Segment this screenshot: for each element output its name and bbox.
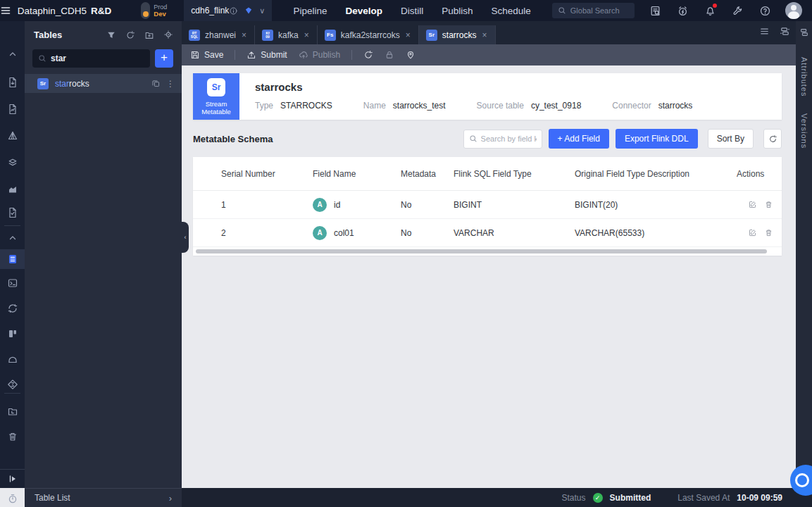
sidebar-tab-attributes[interactable]: Attributes <box>800 57 808 96</box>
layout-switch-icon[interactable] <box>780 26 790 39</box>
copy-icon[interactable] <box>151 79 161 88</box>
project-select[interactable]: cdh6_flink ∨ <box>184 0 272 21</box>
col-actions: Actions <box>737 169 773 179</box>
more-actions-icon[interactable]: ⋮ <box>166 79 175 89</box>
delete-icon[interactable] <box>764 228 773 237</box>
tools-icon[interactable] <box>731 4 744 17</box>
nav-pipeline[interactable]: Pipeline <box>293 6 327 16</box>
rail-layers-icon[interactable] <box>0 153 25 173</box>
rail-expand-icon[interactable] <box>0 469 25 488</box>
refresh-icon[interactable] <box>125 30 135 40</box>
close-tab-icon[interactable]: × <box>304 30 310 40</box>
tab-kafka2starrcoks[interactable]: Fs kafka2starrcoks × <box>318 25 419 44</box>
refresh-schema-button[interactable] <box>763 129 782 149</box>
table-list-footer[interactable]: Table List › <box>25 488 182 507</box>
search-icon <box>558 6 566 15</box>
cell-flink-type: BIGINT <box>454 200 575 210</box>
env-toggle[interactable]: Prod Dev <box>141 2 167 19</box>
delete-icon[interactable] <box>764 200 773 209</box>
rail-file-check-icon[interactable] <box>0 203 25 223</box>
submit-button[interactable]: Submit <box>246 50 287 60</box>
rail-timer-icon[interactable] <box>0 489 25 507</box>
nav-distill[interactable]: Distill <box>401 6 423 16</box>
nav-develop[interactable]: Develop <box>345 6 382 16</box>
table-search[interactable] <box>32 49 150 68</box>
rail-trash-icon[interactable] <box>0 427 25 446</box>
rail-area-chart-icon[interactable] <box>0 180 25 199</box>
rail-sigma-diamond-icon[interactable] <box>0 375 25 394</box>
starrocks-logo-icon: Sr <box>207 78 225 96</box>
folder-plus-icon[interactable] <box>144 30 154 40</box>
add-field-button[interactable]: + Add Field <box>549 129 609 149</box>
publish-button[interactable]: Publish <box>299 50 340 60</box>
panel-collapse-handle[interactable]: ‹ <box>182 222 189 253</box>
meta-name: Namestarrocks_test <box>363 101 446 111</box>
cell-field-name: id <box>334 200 340 210</box>
rail-pyramid-icon[interactable] <box>0 126 25 146</box>
add-table-button[interactable]: + <box>155 49 173 68</box>
table-search-input[interactable] <box>51 54 144 63</box>
help-icon[interactable] <box>758 4 771 17</box>
rail-table-list-icon-active[interactable] <box>0 249 25 269</box>
tab-kafka[interactable]: Kf09 kafka × <box>255 25 318 44</box>
toolbar-divider <box>235 50 235 60</box>
nav-schedule[interactable]: Schedule <box>492 6 531 16</box>
field-search-input[interactable] <box>481 134 537 143</box>
assistant-icon <box>795 473 809 487</box>
tab-zhanwei[interactable]: RTSQL zhanwei × <box>182 25 255 44</box>
filter-icon[interactable] <box>106 30 116 40</box>
sidebar-tab-versions[interactable]: Versions <box>800 113 808 149</box>
rail-folder-icon[interactable] <box>0 401 25 421</box>
env-toggle-knob <box>143 11 149 17</box>
cell-serial: 1 <box>221 200 313 210</box>
notification-dot <box>713 4 717 8</box>
editor-tabbar: RTSQL zhanwei × Kf09 kafka × Fs kafka2st… <box>182 21 796 44</box>
notifications-bell-icon[interactable] <box>704 4 716 17</box>
global-search[interactable] <box>552 3 635 18</box>
task-list-icon[interactable] <box>649 4 661 17</box>
rtsql-badge-icon: RTSQL <box>189 30 200 41</box>
rail-disk-icon[interactable] <box>0 349 25 369</box>
lock-button[interactable] <box>385 50 394 60</box>
export-flink-ddl-button[interactable]: Export Flink DDL <box>616 129 698 149</box>
col-field-name: Field Name <box>313 169 401 179</box>
table-list-item-starrocks[interactable]: Sr starrocks ⋮ <box>25 74 182 93</box>
rail-divider <box>4 225 20 226</box>
kafka-badge-icon: Kf09 <box>262 30 273 41</box>
info-icon[interactable] <box>229 6 238 15</box>
alarm-icon[interactable] <box>676 4 689 17</box>
tab-starrocks-active[interactable]: Sr starrocks × <box>419 25 496 44</box>
sidebar-switch-icon[interactable] <box>799 27 809 40</box>
left-icon-rail <box>0 21 25 488</box>
rail-section-collapse-icon[interactable] <box>0 228 25 248</box>
gem-icon[interactable] <box>244 6 253 15</box>
schema-table: Serial Number Field Name Metadata Flink … <box>193 157 782 256</box>
tab-list-menu-icon[interactable] <box>759 26 770 39</box>
sort-by-button[interactable]: Sort By <box>708 129 754 149</box>
rail-collapse-up-icon[interactable] <box>0 44 25 64</box>
edit-icon[interactable] <box>748 228 757 237</box>
refresh-button[interactable] <box>363 50 373 60</box>
close-tab-icon[interactable]: × <box>241 30 247 40</box>
locate-button[interactable] <box>406 50 416 60</box>
project-select-chevron-icon[interactable]: ∨ <box>259 6 265 15</box>
metatable-title: starrocks <box>255 81 782 93</box>
rail-file-transfer-icon[interactable] <box>0 73 25 92</box>
save-button[interactable]: Save <box>190 50 223 60</box>
close-tab-icon[interactable]: × <box>405 30 411 40</box>
user-avatar[interactable] <box>785 2 802 19</box>
table-row: 1 Aid No BIGINT BIGINT(20) <box>193 191 782 219</box>
close-tab-icon[interactable]: × <box>481 30 487 40</box>
rail-terminal-icon[interactable] <box>0 273 25 293</box>
global-search-input[interactable] <box>570 6 629 15</box>
env-toggle-pill[interactable] <box>141 2 150 19</box>
menu-icon[interactable] <box>0 0 12 21</box>
field-search[interactable] <box>463 130 542 149</box>
rail-file-chart-icon[interactable] <box>0 99 25 119</box>
edit-icon[interactable] <box>748 200 757 209</box>
rail-dashboard-icon[interactable] <box>0 324 25 344</box>
scrollbar-thumb[interactable] <box>196 249 767 254</box>
locate-icon[interactable] <box>163 30 173 40</box>
rail-sync-icon[interactable] <box>0 299 25 318</box>
nav-publish[interactable]: Publish <box>442 6 473 16</box>
